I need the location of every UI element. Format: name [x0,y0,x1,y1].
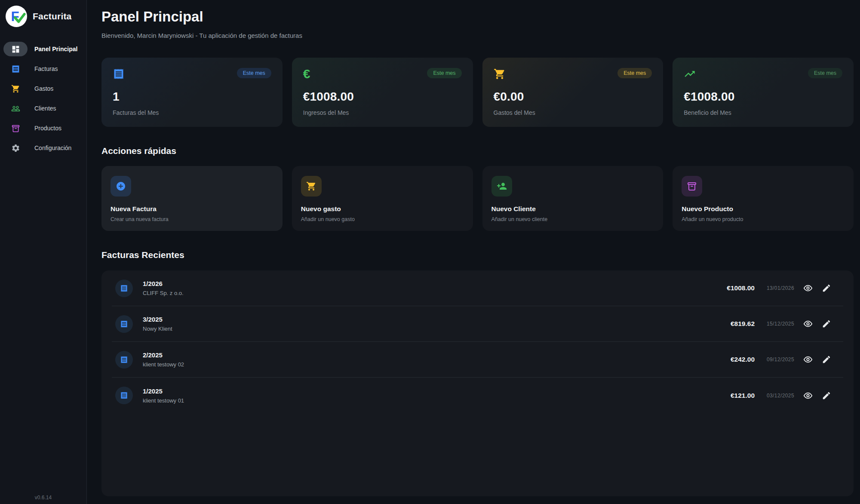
view-invoice-button[interactable] [803,319,813,329]
stat-value: €1008.00 [303,90,462,104]
euro-icon: € [303,68,310,80]
sidebar-item-label: Facturas [34,65,58,72]
recent-invoices-title: Facturas Recientes [101,250,854,260]
stat-card-beneficio-del-mes: Este mes €1008.00 Beneficio del Mes [673,58,854,127]
cart-icon [3,81,28,96]
sidebar-item-facturas[interactable]: Facturas [3,61,83,76]
receipt-icon [115,280,133,297]
invoice-date: 09/12/2025 [762,356,794,363]
stat-label: Ingresos del Mes [303,109,462,116]
sidebar-item-label: Productos [34,125,61,132]
invoice-date: 15/12/2025 [762,321,794,327]
action-nuevo-gasto[interactable]: Nuevo gasto Añadir un nuevo gasto [292,166,473,231]
cart-icon [301,176,322,197]
invoice-number: 1/2025 [143,387,713,395]
invoice-client: Nowy Klient [143,326,713,332]
receipt-icon [115,315,133,333]
stats-grid: Este mes 1 Facturas del Mes € Este mes €… [101,58,854,127]
view-invoice-button[interactable] [803,391,813,400]
pencil-icon [822,319,831,329]
view-invoice-button[interactable] [803,355,813,364]
action-nuevo-producto[interactable]: Nuevo Producto Añadir un nuevo producto [673,166,854,231]
stat-card-facturas-del-mes: Este mes 1 Facturas del Mes [101,58,283,127]
sidebar-item-panel-principal[interactable]: Panel Principal [3,42,83,56]
eye-icon [803,355,813,364]
invoice-row-1-2025[interactable]: 1/2025 klient testowy 01 €121.00 03/12/2… [112,378,843,413]
sidebar: F Facturita Panel Principal Facturas [0,0,87,504]
sidebar-item-clientes[interactable]: Clientes [3,101,83,116]
edit-invoice-button[interactable] [822,319,831,329]
people-icon [3,101,28,116]
recent-invoices-card: 1/2026 CLIFF Sp. z o.o. €1008.00 13/01/2… [101,270,854,496]
receipt-icon [113,68,125,80]
main-content: Panel Principal Bienvenido, Marcin Maryn… [87,0,860,504]
stat-label: Facturas del Mes [113,109,271,116]
action-nueva-factura[interactable]: Nueva Factura Crear una nueva factura [101,166,283,231]
invoice-row-1-2026[interactable]: 1/2026 CLIFF Sp. z o.o. €1008.00 13/01/2… [112,270,843,306]
action-subtitle: Añadir un nuevo cliente [491,216,654,222]
invoice-number: 2/2025 [143,351,713,359]
sidebar-item-gastos[interactable]: Gastos [3,81,83,96]
sidebar-item-label: Configuración [34,144,71,151]
page-subtitle: Bienvenido, Marcin Maryniowski - Tu apli… [101,32,854,39]
action-title: Nuevo Producto [682,205,845,213]
receipt-icon [3,61,28,76]
cart-icon [494,68,506,80]
invoice-amount: €819.62 [713,320,755,328]
stat-value: 1 [113,90,271,104]
stat-label: Gastos del Mes [494,109,652,116]
invoice-amount: €121.00 [713,392,755,400]
gear-icon [3,141,28,155]
period-badge: Este mes [808,68,842,78]
logo-row: F Facturita [0,0,86,31]
period-badge: Este mes [427,68,461,78]
pencil-icon [822,355,831,364]
invoice-amount: €242.00 [713,356,755,363]
period-badge: Este mes [237,68,271,78]
invoice-number: 1/2026 [143,280,713,287]
pencil-icon [822,391,831,400]
add-circle-icon [111,176,131,197]
sidebar-item-configuracion[interactable]: Configuración [3,141,83,155]
stat-card-ingresos-del-mes: € Este mes €1008.00 Ingresos del Mes [292,58,473,127]
stat-card-gastos-del-mes: Este mes €0.00 Gastos del Mes [482,58,663,127]
stat-value: €1008.00 [684,90,842,104]
view-invoice-button[interactable] [803,283,813,293]
receipt-icon [115,351,133,369]
quick-actions-title: Acciones rápidas [101,146,854,156]
archive-icon [3,121,28,135]
sidebar-item-productos[interactable]: Productos [3,121,83,135]
sidebar-item-label: Clientes [34,105,56,112]
action-title: Nuevo gasto [301,205,464,213]
edit-invoice-button[interactable] [822,391,831,400]
page-title: Panel Principal [101,9,854,25]
edit-invoice-button[interactable] [822,355,831,364]
quick-actions-grid: Nueva Factura Crear una nueva factura Nu… [101,166,854,231]
invoice-row-2-2025[interactable]: 2/2025 klient testowy 02 €242.00 09/12/2… [112,342,843,378]
action-subtitle: Añadir un nuevo producto [682,216,845,222]
edit-invoice-button[interactable] [822,283,831,293]
invoice-client: CLIFF Sp. z o.o. [143,290,713,296]
pencil-icon [822,283,831,293]
receipt-icon [115,387,133,404]
invoice-date: 13/01/2026 [762,285,794,291]
app-version: v0.6.14 [0,495,86,501]
app-logo-icon: F [6,6,27,27]
invoice-date: 03/12/2025 [762,393,794,399]
stat-label: Beneficio del Mes [684,109,842,116]
action-subtitle: Añadir un nuevo gasto [301,216,464,222]
invoice-number: 3/2025 [143,316,713,323]
invoice-row-3-2025[interactable]: 3/2025 Nowy Klient €819.62 15/12/2025 [112,306,843,342]
period-badge: Este mes [617,68,652,78]
action-subtitle: Crear una nueva factura [111,216,273,222]
action-title: Nueva Factura [111,205,273,213]
sidebar-nav: Panel Principal Facturas Gastos Clientes [0,42,86,155]
trending-up-icon [684,68,696,80]
invoice-amount: €1008.00 [713,284,755,292]
invoice-client: klient testowy 02 [143,361,713,368]
eye-icon [803,319,813,329]
action-nuevo-cliente[interactable]: Nuevo Cliente Añadir un nuevo cliente [482,166,663,231]
archive-icon [682,176,702,197]
stat-value: €0.00 [494,90,652,104]
app-name: Facturita [33,11,72,22]
